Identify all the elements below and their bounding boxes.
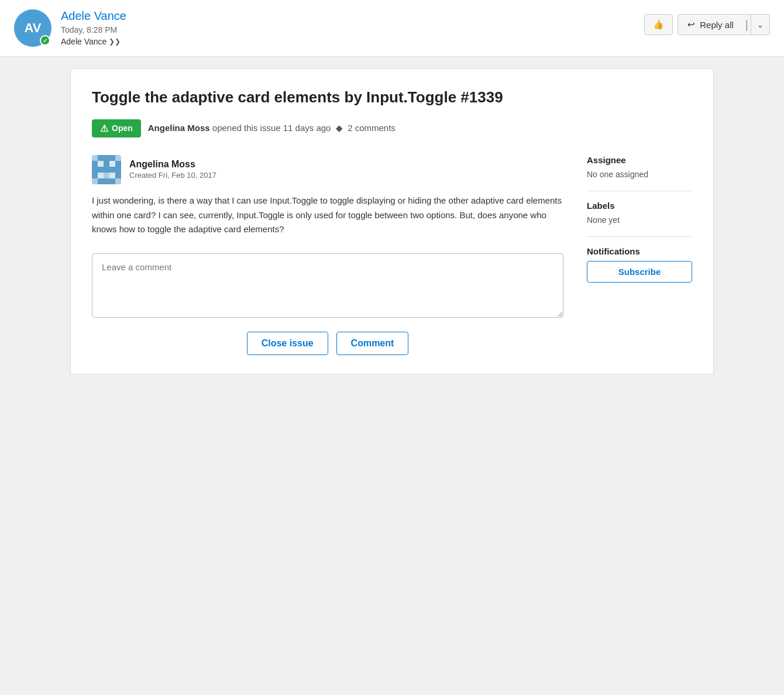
issue-sidebar: Assignee No one assigned Labels None yet… bbox=[587, 155, 692, 355]
reply-icon: ↩ bbox=[687, 19, 695, 30]
sender-info: AV Adele Vance Today, 8:28 PM Adele Vanc… bbox=[14, 9, 126, 47]
issue-content: Angelina Moss Created Fri, Feb 10, 2017 … bbox=[92, 155, 692, 355]
pixel-art-avatar bbox=[92, 155, 121, 184]
issue-meta: ⚠ Open Angelina Moss opened this issue 1… bbox=[92, 119, 692, 137]
issue-card: Toggle the adaptive card elements by Inp… bbox=[70, 68, 714, 374]
header-actions: 👍 ↩ Reply all | ⌄ bbox=[644, 14, 770, 35]
reply-dropdown-button[interactable]: ⌄ bbox=[751, 14, 770, 35]
assignee-section: Assignee No one assigned bbox=[587, 155, 692, 179]
chevron-down-icon: ❯❯ bbox=[109, 37, 121, 46]
open-badge: ⚠ Open bbox=[92, 119, 141, 137]
issue-meta-text: Angelina Moss opened this issue 11 days … bbox=[148, 123, 396, 133]
issue-actions: Close issue Comment bbox=[92, 332, 563, 355]
assignee-label: Assignee bbox=[587, 155, 692, 165]
sender-name[interactable]: Adele Vance bbox=[61, 9, 126, 23]
chevron-down-icon: ⌄ bbox=[757, 20, 764, 29]
notifications-section: Notifications Subscribe bbox=[587, 246, 692, 283]
reply-all-button[interactable]: ↩ Reply all bbox=[678, 14, 743, 35]
sender-to[interactable]: Adele Vance ❯❯ bbox=[61, 37, 126, 46]
commenter-avatar bbox=[92, 155, 121, 184]
labels-label: Labels bbox=[587, 201, 692, 211]
labels-value: None yet bbox=[587, 215, 692, 225]
close-issue-button[interactable]: Close issue bbox=[247, 332, 328, 355]
sidebar-divider-2 bbox=[587, 236, 692, 237]
comment-input[interactable] bbox=[92, 253, 563, 318]
notifications-label: Notifications bbox=[587, 246, 692, 256]
commenter-name: Angelina Moss bbox=[129, 159, 216, 170]
send-time: Today, 8:28 PM bbox=[61, 25, 126, 35]
comment-header: Angelina Moss Created Fri, Feb 10, 2017 bbox=[92, 155, 563, 184]
open-badge-icon: ⚠ bbox=[100, 123, 108, 134]
online-badge bbox=[40, 35, 50, 46]
comment-button[interactable]: Comment bbox=[336, 332, 409, 355]
thumbs-up-button[interactable]: 👍 bbox=[644, 14, 673, 35]
issue-title: Toggle the adaptive card elements by Inp… bbox=[92, 88, 692, 108]
reply-group: ↩ Reply all | ⌄ bbox=[678, 14, 770, 35]
divider: | bbox=[743, 14, 751, 35]
commenter-info: Angelina Moss Created Fri, Feb 10, 2017 bbox=[129, 159, 216, 180]
sidebar-divider-1 bbox=[587, 191, 692, 191]
labels-section: Labels None yet bbox=[587, 201, 692, 225]
comment-body: I just wondering, is there a way that I … bbox=[92, 194, 563, 237]
subscribe-button[interactable]: Subscribe bbox=[587, 261, 692, 283]
email-body-wrapper: Toggle the adaptive card elements by Inp… bbox=[0, 57, 784, 386]
avatar-container: AV bbox=[14, 9, 51, 47]
sender-details: Adele Vance Today, 8:28 PM Adele Vance ❯… bbox=[61, 9, 126, 46]
commenter-date: Created Fri, Feb 10, 2017 bbox=[129, 171, 216, 180]
assignee-value: No one assigned bbox=[587, 170, 692, 179]
email-header: AV Adele Vance Today, 8:28 PM Adele Vanc… bbox=[0, 0, 784, 57]
thumbs-up-icon: 👍 bbox=[653, 19, 664, 30]
issue-main: Angelina Moss Created Fri, Feb 10, 2017 … bbox=[92, 155, 563, 355]
